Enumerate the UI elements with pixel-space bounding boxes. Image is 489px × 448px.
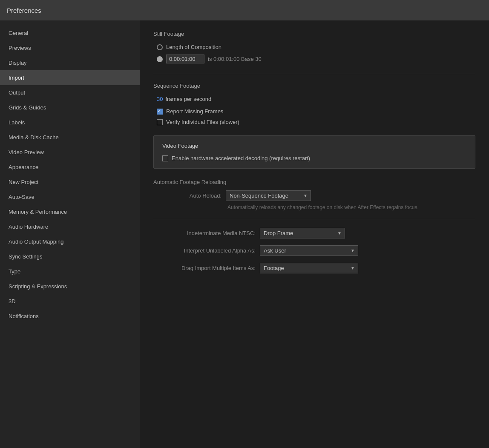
alpha-row: Interpret Unlabeled Alpha As: Ask UserIg… [153,245,475,256]
sequence-footage-section: Sequence Footage 30 frames per second Re… [153,83,475,125]
drag-import-label: Drag Import Multiple Items As: [153,265,256,271]
auto-reload-label: Auto Reload: [153,192,221,199]
drag-import-select-wrapper: FootageCompositionComposition - Retain L… [260,263,358,273]
report-missing-frames-checkbox[interactable] [157,109,163,115]
sidebar-item-video-preview[interactable]: Video Preview [0,145,140,160]
verify-individual-files-checkbox[interactable] [157,119,163,125]
sidebar-item-sync-settings[interactable]: Sync Settings [0,249,140,264]
still-footage-option2-row: is 0:00:01:00 Base 30 [157,55,475,63]
sequence-footage-title: Sequence Footage [153,83,475,89]
sidebar-item-previews[interactable]: Previews [0,40,140,55]
main-layout: GeneralPreviewsDisplayImportOutputGrids … [0,20,489,448]
still-footage-time-input[interactable] [166,55,204,63]
report-missing-frames-label: Report Missing Frames [166,108,223,115]
sidebar-item-grids-guides[interactable]: Grids & Guides [0,100,140,115]
sidebar-item-auto-save[interactable]: Auto-Save [0,190,140,204]
divider-1 [153,74,475,74]
sidebar-item-new-project[interactable]: New Project [0,175,140,190]
sidebar-item-labels[interactable]: Labels [0,115,140,130]
verify-individual-files-label: Verify Individual Files (slower) [166,119,239,125]
auto-reload-title: Automatic Footage Reloading [153,179,475,185]
still-footage-time-suffix: is 0:00:01:00 Base 30 [208,56,262,62]
sidebar-item-memory-performance[interactable]: Memory & Performance [0,204,140,219]
title-bar: Preferences [0,0,489,20]
ntsc-label: Indeterminate Media NTSC: [153,230,256,236]
sidebar-item-output[interactable]: Output [0,85,140,100]
ntsc-select-wrapper: Drop FrameNon-Drop Frame ▼ [260,228,345,238]
still-footage-title: Still Footage [153,31,475,37]
sidebar-item-audio-output-mapping[interactable]: Audio Output Mapping [0,234,140,249]
sidebar-item-3d[interactable]: 3D [0,294,140,309]
video-footage-title: Video Footage [162,143,466,149]
sidebar-item-audio-hardware[interactable]: Audio Hardware [0,219,140,234]
still-footage-option1-row: Length of Composition [157,44,475,50]
alpha-select[interactable]: Ask UserIgnoreStraight - UnmattedPremult… [260,245,358,256]
sequence-checkbox-row-2: Verify Individual Files (slower) [157,119,475,125]
sidebar: GeneralPreviewsDisplayImportOutputGrids … [0,20,140,448]
sequence-checkbox-row-1: Report Missing Frames [157,108,475,115]
sidebar-item-type[interactable]: Type [0,264,140,279]
fps-label: frames per second [165,96,211,102]
alpha-label: Interpret Unlabeled Alpha As: [153,247,256,254]
still-footage-section: Still Footage Length of Composition is 0… [153,31,475,63]
auto-reload-select-wrapper: Non-Sequence FootageAll FootageOff ▼ [226,190,311,201]
fps-value[interactable]: 30 [157,96,163,102]
auto-reload-hint: Automatically reloads any changed footag… [227,204,475,210]
still-footage-radio-1[interactable] [157,44,163,50]
still-footage-option1-label: Length of Composition [166,44,221,50]
drag-import-select[interactable]: FootageCompositionComposition - Retain L… [260,263,358,273]
sidebar-item-notifications[interactable]: Notifications [0,309,140,324]
fps-row: 30 frames per second [157,96,475,102]
hw-accel-checkbox[interactable] [162,155,168,161]
sidebar-item-appearance[interactable]: Appearance [0,160,140,175]
hw-accel-label: Enable hardware accelerated decoding (re… [172,155,310,161]
ntsc-select[interactable]: Drop FrameNon-Drop Frame [260,228,345,238]
app-title: Preferences [7,7,41,14]
content-area: Still Footage Length of Composition is 0… [140,20,489,448]
sidebar-item-media-disk-cache[interactable]: Media & Disk Cache [0,130,140,145]
sequence-checkbox-group: Report Missing Frames Verify Individual … [157,108,475,125]
auto-reload-section: Automatic Footage Reloading Auto Reload:… [153,179,475,210]
bottom-section: Indeterminate Media NTSC: Drop FrameNon-… [153,228,475,273]
ntsc-row: Indeterminate Media NTSC: Drop FrameNon-… [153,228,475,238]
drag-import-row: Drag Import Multiple Items As: FootageCo… [153,263,475,273]
sidebar-item-import[interactable]: Import [0,70,140,85]
still-footage-radio-group: Length of Composition is 0:00:01:00 Base… [157,44,475,63]
auto-reload-row: Auto Reload: Non-Sequence FootageAll Foo… [153,190,475,201]
alpha-select-wrapper: Ask UserIgnoreStraight - UnmattedPremult… [260,245,358,256]
divider-2 [153,219,475,219]
video-footage-box: Video Footage Enable hardware accelerate… [153,135,475,169]
hw-accel-row: Enable hardware accelerated decoding (re… [162,155,466,161]
sidebar-item-display[interactable]: Display [0,55,140,70]
sidebar-item-scripting-expressions[interactable]: Scripting & Expressions [0,279,140,294]
sidebar-item-general[interactable]: General [0,26,140,40]
auto-reload-select[interactable]: Non-Sequence FootageAll FootageOff [226,190,311,201]
still-footage-radio-2[interactable] [157,56,163,62]
